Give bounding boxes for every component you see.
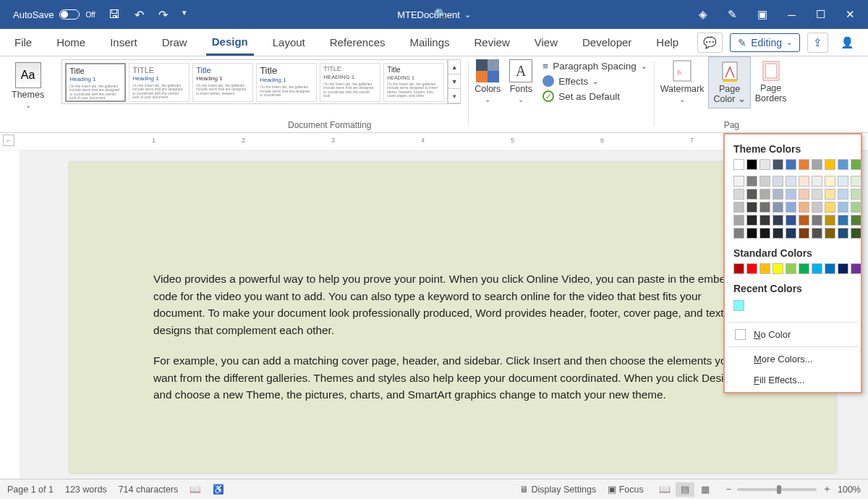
color-swatch[interactable] [799, 215, 809, 226]
style-thumbnail[interactable]: TITLEHEADING 1On the Insert tab, the gal… [320, 63, 380, 102]
spellcheck-icon[interactable]: 📖 [190, 484, 201, 495]
color-swatch[interactable] [733, 202, 744, 213]
color-swatch[interactable] [851, 159, 861, 170]
themes-button[interactable]: Aa Themes ⌄ [6, 59, 50, 112]
color-swatch[interactable] [838, 189, 848, 200]
diamond-icon[interactable]: ◈ [699, 8, 707, 21]
color-swatch[interactable] [838, 159, 848, 170]
color-swatch[interactable] [786, 228, 796, 239]
display-settings-button[interactable]: 🖥 Display Settings [519, 485, 596, 495]
paragraph[interactable]: Video provides a powerful way to help yo… [153, 270, 752, 339]
page-indicator[interactable]: Page 1 of 1 [7, 485, 54, 495]
window-layout-icon[interactable]: ▣ [757, 8, 767, 21]
toggle-switch[interactable] [59, 9, 80, 20]
zoom-in-icon[interactable]: ＋ [822, 483, 832, 495]
color-swatch[interactable] [746, 176, 757, 187]
color-swatch[interactable] [825, 228, 835, 239]
style-thumbnail[interactable]: TitleHeading 1On the Insert tab, the gal… [65, 63, 126, 102]
undo-icon[interactable]: ↶ [135, 8, 144, 22]
print-layout-icon[interactable]: ▤ [676, 482, 694, 497]
color-swatch[interactable] [799, 159, 809, 170]
color-swatch[interactable] [825, 159, 835, 170]
color-swatch[interactable] [746, 189, 757, 200]
color-swatch[interactable] [812, 228, 822, 239]
color-swatch[interactable] [760, 176, 770, 187]
page-color-button[interactable]: PageColor ⌄ [708, 56, 750, 108]
color-swatch[interactable] [799, 263, 809, 274]
minimize-icon[interactable]: ─ [788, 9, 796, 21]
color-swatch[interactable] [733, 215, 744, 226]
color-swatch[interactable] [838, 228, 848, 239]
color-swatch[interactable] [746, 228, 757, 239]
maximize-icon[interactable]: ☐ [816, 8, 825, 21]
more-colors-option[interactable]: More Colors... [725, 349, 861, 370]
color-swatch[interactable] [851, 202, 861, 213]
focus-button[interactable]: ▣ Focus [608, 484, 644, 495]
char-count[interactable]: 714 characters [119, 485, 179, 495]
color-swatch[interactable] [838, 176, 848, 187]
style-thumbnail[interactable]: TitleHeading 1On the Insert tab, the gal… [256, 63, 317, 102]
tab-help[interactable]: Help [650, 30, 684, 54]
color-swatch[interactable] [851, 263, 861, 274]
tab-review[interactable]: Review [469, 30, 516, 54]
color-swatch[interactable] [773, 228, 783, 239]
color-swatch[interactable] [838, 215, 848, 226]
color-swatch[interactable] [786, 159, 796, 170]
color-swatch[interactable] [812, 202, 822, 213]
tab-design[interactable]: Design [206, 30, 254, 56]
color-swatch[interactable] [825, 215, 835, 226]
tab-developer[interactable]: Developer [576, 30, 637, 54]
color-swatch[interactable] [773, 202, 783, 213]
web-layout-icon[interactable]: ▦ [696, 482, 715, 497]
editing-mode-button[interactable]: ✎ Editing ⌄ [730, 33, 800, 52]
style-thumbnail[interactable]: TitleHEADING 1On the Insert tab, the gal… [383, 63, 444, 102]
paragraph[interactable]: For example, you can add a matching cove… [153, 352, 752, 404]
fill-effects-option[interactable]: Fill Effects... [725, 370, 861, 391]
color-swatch[interactable] [733, 263, 744, 274]
style-gallery[interactable]: TitleHeading 1On the Insert tab, the gal… [61, 59, 448, 104]
watermark-button[interactable]: A Watermark ⌄ [656, 56, 709, 106]
tab-layout[interactable]: Layout [267, 30, 311, 54]
save-icon[interactable]: 🖫 [109, 8, 120, 22]
color-swatch[interactable] [786, 215, 796, 226]
tab-insert[interactable]: Insert [104, 30, 143, 54]
collab-button[interactable]: 👤 [835, 33, 859, 52]
zoom-level[interactable]: 100% [838, 485, 861, 495]
color-swatch[interactable] [733, 300, 744, 311]
color-swatch[interactable] [773, 263, 783, 274]
tab-view[interactable]: View [529, 30, 563, 54]
color-swatch[interactable] [773, 176, 783, 187]
color-swatch[interactable] [851, 176, 861, 187]
tab-home[interactable]: Home [51, 30, 91, 54]
color-swatch[interactable] [773, 159, 783, 170]
color-swatch[interactable] [825, 263, 835, 274]
share-button[interactable]: ⇪ [807, 33, 828, 53]
color-swatch[interactable] [799, 202, 809, 213]
zoom-control[interactable]: − ＋ 100% [726, 483, 861, 495]
tab-mailings[interactable]: Mailings [404, 30, 456, 54]
color-swatch[interactable] [760, 189, 770, 200]
color-swatch[interactable] [746, 263, 757, 274]
tab-references[interactable]: References [324, 30, 391, 54]
zoom-out-icon[interactable]: − [726, 485, 731, 495]
search-icon[interactable]: 🔍 [434, 8, 448, 21]
color-swatch[interactable] [786, 202, 796, 213]
color-swatch[interactable] [851, 215, 861, 226]
color-swatch[interactable] [799, 176, 809, 187]
page-borders-button[interactable]: PageBorders [751, 56, 791, 107]
color-swatch[interactable] [838, 202, 848, 213]
color-swatch[interactable] [812, 159, 822, 170]
color-swatch[interactable] [812, 263, 822, 274]
color-swatch[interactable] [760, 228, 770, 239]
style-thumbnail[interactable]: TitleHeading 1On the Insert tab, the gal… [192, 63, 253, 102]
colors-button[interactable]: Colors ⌄ [470, 56, 505, 106]
color-swatch[interactable] [838, 263, 848, 274]
wand-icon[interactable]: ✎ [728, 8, 737, 21]
color-swatch[interactable] [773, 189, 783, 200]
color-swatch[interactable] [812, 189, 822, 200]
color-swatch[interactable] [746, 202, 757, 213]
color-swatch[interactable] [760, 202, 770, 213]
color-swatch[interactable] [786, 176, 796, 187]
word-count[interactable]: 123 words [65, 485, 107, 495]
color-swatch[interactable] [799, 189, 809, 200]
